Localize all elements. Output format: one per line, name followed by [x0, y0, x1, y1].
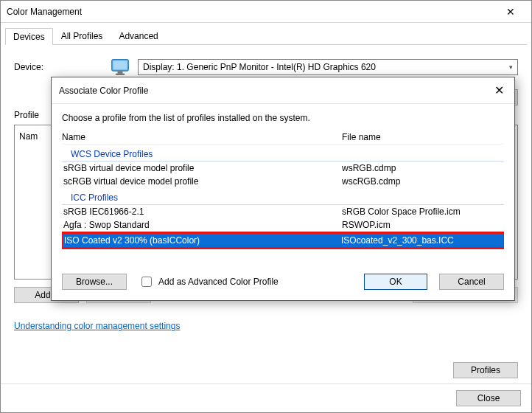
window-bottom-bar: Close	[1, 384, 531, 412]
color-management-window: Color Management ✕ Devices All Profiles …	[0, 0, 532, 413]
dialog-body: Choose a profile from the list of profil…	[52, 104, 514, 300]
list-item[interactable]: sRGB IEC61966-2.1 sRGB Color Space Profi…	[62, 205, 504, 218]
tab-advanced[interactable]: Advanced	[111, 27, 166, 44]
profile-file: ISOcoated_v2_300_bas.ICC	[341, 235, 503, 246]
close-button[interactable]: Close	[456, 390, 521, 406]
profile-file: wsRGB.cdmp	[342, 163, 504, 173]
profile-name: scRGB virtual device model profile	[63, 176, 342, 187]
monitor-icon	[110, 57, 130, 77]
list-item[interactable]: scRGB virtual device model profile wscRG…	[62, 175, 504, 188]
list-item[interactable]: Agfa : Swop Standard RSWOP.icm	[62, 218, 504, 232]
profile-list-area[interactable]: WCS Device Profiles sRGB virtual device …	[62, 145, 504, 251]
advanced-profile-checkbox[interactable]: Add as Advanced Color Profile	[139, 274, 279, 289]
titlebar: Color Management ✕	[1, 1, 531, 23]
dialog-close-button[interactable]: ✕	[491, 83, 507, 97]
window-title: Color Management	[7, 7, 496, 17]
list-item-selected[interactable]: ISO Coated v2 300% (basICColor) ISOcoate…	[63, 234, 503, 247]
group-wcs: WCS Device Profiles	[62, 145, 504, 162]
profiles-button[interactable]: Profiles	[453, 362, 518, 378]
dialog-description: Choose a profile from the list of profil…	[62, 113, 504, 123]
column-file[interactable]: File name	[342, 132, 504, 142]
help-link[interactable]: Understanding color management settings	[14, 321, 180, 331]
group-icc: ICC Profiles	[62, 188, 504, 205]
svg-rect-3	[116, 74, 125, 75]
svg-rect-1	[113, 60, 127, 69]
dialog-title: Associate Color Profile	[59, 86, 491, 96]
device-label: Device:	[14, 62, 43, 72]
tab-all-profiles[interactable]: All Profiles	[53, 27, 111, 44]
window-close-button[interactable]: ✕	[496, 6, 525, 18]
selection-highlight: ISO Coated v2 300% (basICColor) ISOcoate…	[62, 232, 504, 249]
associate-profile-dialog: Associate Color Profile ✕ Choose a profi…	[51, 77, 515, 301]
device-row: Device: Display: 1. Generic PnP Monitor …	[14, 57, 518, 77]
profile-name: sRGB IEC61966-2.1	[63, 206, 342, 217]
ok-button[interactable]: OK	[364, 274, 427, 290]
device-combo-value: Display: 1. Generic PnP Monitor - Intel(…	[143, 62, 376, 72]
svg-rect-2	[118, 71, 123, 74]
device-combo[interactable]: Display: 1. Generic PnP Monitor - Intel(…	[138, 59, 518, 75]
tab-strip: Devices All Profiles Advanced	[5, 27, 527, 45]
advanced-profile-checkbox-label: Add as Advanced Color Profile	[158, 277, 279, 287]
chevron-down-icon: ▾	[509, 63, 513, 71]
browse-button[interactable]: Browse...	[62, 274, 127, 290]
profile-name: sRGB virtual device model profile	[63, 163, 342, 173]
profile-file: sRGB Color Space Profile.icm	[342, 206, 504, 217]
profile-name: ISO Coated v2 300% (basICColor)	[64, 235, 341, 246]
list-item[interactable]: sRGB virtual device model profile wsRGB.…	[62, 162, 504, 175]
advanced-profile-checkbox-input[interactable]	[141, 277, 152, 287]
profile-list-header: Name File name	[62, 131, 504, 145]
profile-file: RSWOP.icm	[342, 220, 504, 230]
profile-name: Agfa : Swop Standard	[63, 220, 342, 230]
column-name[interactable]: Name	[62, 132, 342, 142]
tab-devices[interactable]: Devices	[5, 28, 53, 45]
profile-file: wscRGB.cdmp	[342, 176, 504, 187]
dialog-titlebar: Associate Color Profile ✕	[52, 77, 514, 104]
cancel-button[interactable]: Cancel	[439, 274, 504, 290]
dialog-button-row: Browse... Add as Advanced Color Profile …	[62, 274, 504, 290]
